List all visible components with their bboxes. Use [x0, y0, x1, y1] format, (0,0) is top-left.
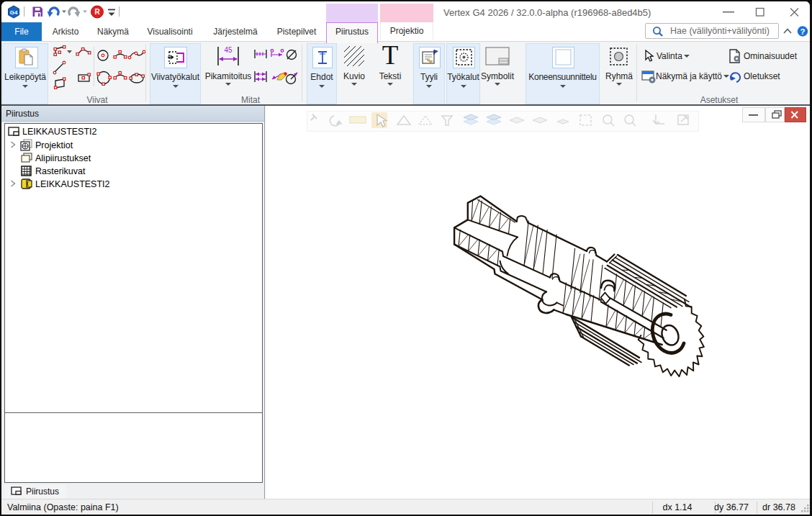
svg-text:?: ? [800, 27, 805, 36]
svg-text:G4: G4 [10, 9, 18, 16]
svg-text:R: R [94, 8, 100, 16]
svg-text:45: 45 [224, 46, 233, 54]
